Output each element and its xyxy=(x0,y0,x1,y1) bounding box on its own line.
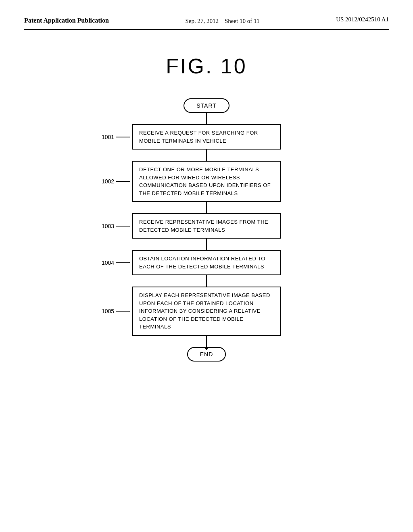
date-sheet: Sep. 27, 2012 Sheet 10 of 11 xyxy=(185,16,259,26)
publication-date: Sep. 27, 2012 xyxy=(185,18,219,24)
step-1001-label: 1001 xyxy=(102,134,130,140)
step-1003-row: 1003 RECEIVE REPRESENTATIVE IMAGES FROM … xyxy=(86,213,327,239)
flowchart: START 1001 RECEIVE A REQUEST FOR SEARCHI… xyxy=(24,98,389,362)
page-header: Patent Application Publication Sep. 27, … xyxy=(24,16,389,30)
step-1001-row: 1001 RECEIVE A REQUEST FOR SEARCHING FOR… xyxy=(86,124,327,150)
step-1005-row: 1005 DISPLAY EACH REPRESENTATIVE IMAGE B… xyxy=(86,287,327,336)
figure-title: FIG. 10 xyxy=(24,54,389,78)
publication-title: Patent Application Publication xyxy=(24,16,109,25)
step-1002-row: 1002 DETECT ONE OR MORE MOBILE TERMINALS… xyxy=(86,161,327,202)
step-1001-node: RECEIVE A REQUEST FOR SEARCHING FOR MOBI… xyxy=(132,124,281,150)
step-1004-row: 1004 OBTAIN LOCATION INFORMATION RELATED… xyxy=(86,250,327,275)
step-1004-label: 1004 xyxy=(102,260,130,266)
page: Patent Application Publication Sep. 27, … xyxy=(0,0,413,532)
step-1003-node: RECEIVE REPRESENTATIVE IMAGES FROM THE D… xyxy=(132,213,281,239)
step-1002-node: DETECT ONE OR MORE MOBILE TERMINALS ALLO… xyxy=(132,161,281,202)
sheet-info: Sheet 10 of 11 xyxy=(225,18,260,24)
step-1005-label: 1005 xyxy=(102,308,130,314)
step-1002-label: 1002 xyxy=(102,178,130,185)
step-1003-label: 1003 xyxy=(102,223,130,229)
step-1004-node: OBTAIN LOCATION INFORMATION RELATED TO E… xyxy=(132,250,281,275)
start-node: START xyxy=(184,98,229,113)
step-1005-node: DISPLAY EACH REPRESENTATIVE IMAGE BASED … xyxy=(132,287,281,336)
patent-number: US 2012/0242510 A1 xyxy=(336,16,389,23)
